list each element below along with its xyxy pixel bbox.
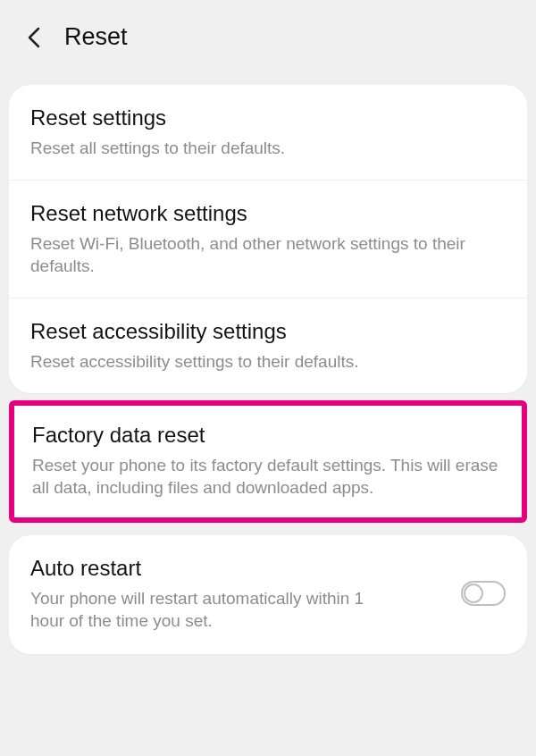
item-title: Reset network settings — [30, 200, 506, 227]
back-icon[interactable] — [23, 26, 46, 49]
factory-data-reset-item[interactable]: Factory data reset Reset your phone to i… — [14, 406, 522, 517]
auto-restart-card: Auto restart Your phone will restart aut… — [9, 535, 527, 654]
item-title: Auto restart — [30, 555, 447, 582]
item-desc: Reset accessibility settings to their de… — [30, 350, 506, 374]
header: Reset — [0, 0, 536, 69]
reset-network-settings-item[interactable]: Reset network settings Reset Wi-Fi, Blue… — [9, 180, 527, 298]
factory-data-reset-card: Factory data reset Reset your phone to i… — [9, 400, 527, 523]
item-desc: Reset Wi-Fi, Bluetooth, and other networ… — [30, 232, 506, 278]
auto-restart-text: Auto restart Your phone will restart aut… — [30, 555, 447, 633]
reset-accessibility-settings-item[interactable]: Reset accessibility settings Reset acces… — [9, 298, 527, 393]
item-desc: Reset all settings to their defaults. — [30, 137, 506, 160]
auto-restart-toggle[interactable] — [461, 581, 506, 606]
item-title: Reset settings — [30, 105, 506, 131]
reset-settings-item[interactable]: Reset settings Reset all settings to the… — [9, 85, 527, 180]
page-title: Reset — [64, 23, 128, 51]
svg-point-1 — [465, 584, 482, 602]
reset-options-card: Reset settings Reset all settings to the… — [9, 85, 527, 393]
item-title: Factory data reset — [32, 422, 504, 449]
item-desc: Reset your phone to its factory default … — [32, 454, 504, 500]
item-desc: Your phone will restart automatically wi… — [30, 587, 370, 633]
item-title: Reset accessibility settings — [30, 318, 506, 345]
